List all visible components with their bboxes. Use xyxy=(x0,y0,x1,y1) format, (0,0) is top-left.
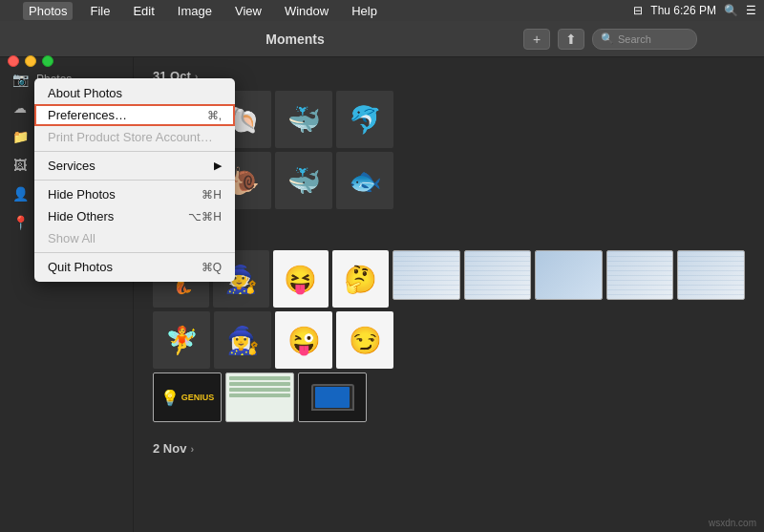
hide-others-label: Hide Others xyxy=(48,209,114,223)
minimize-button[interactable] xyxy=(25,55,36,67)
hide-photos-label: Hide Photos xyxy=(48,187,116,202)
menu-view[interactable]: View xyxy=(229,2,267,20)
menubar-left: Photos File Edit Image View Window Help xyxy=(8,2,383,20)
menu-extra-icon[interactable]: ☰ xyxy=(746,4,756,17)
divider-1 xyxy=(34,151,235,152)
menu-photos[interactable]: Photos xyxy=(23,2,73,20)
quit-photos-label: Quit Photos xyxy=(48,260,113,274)
traffic-lights xyxy=(8,55,53,67)
menu-window[interactable]: Window xyxy=(279,2,334,20)
submenu-arrow-icon: ▶ xyxy=(214,160,222,172)
menu-about-photos[interactable]: About Photos xyxy=(34,82,235,104)
preferences-shortcut: ⌘, xyxy=(207,109,222,122)
quit-photos-shortcut: ⌘Q xyxy=(202,261,222,274)
fullscreen-button[interactable] xyxy=(42,55,53,67)
menu-edit[interactable]: Edit xyxy=(127,2,159,20)
services-label: Services xyxy=(48,159,96,173)
close-button[interactable] xyxy=(8,55,19,67)
dropdown-overlay[interactable]: About Photos Preferences… ⌘, Print Produ… xyxy=(0,21,764,532)
print-store-label: Print Product Store Account… xyxy=(48,130,213,144)
menu-quit-photos[interactable]: Quit Photos ⌘Q xyxy=(34,256,235,278)
hide-photos-shortcut: ⌘H xyxy=(202,188,222,202)
menu-print-store: Print Product Store Account… xyxy=(34,126,235,148)
hide-others-shortcut: ⌥⌘H xyxy=(188,210,222,223)
about-photos-label: About Photos xyxy=(48,86,122,100)
menu-services[interactable]: Services ▶ xyxy=(34,155,235,177)
menu-show-all: Show All xyxy=(34,227,235,249)
menu-preferences[interactable]: Preferences… ⌘, xyxy=(34,104,235,126)
preferences-label: Preferences… xyxy=(48,108,127,122)
search-menubar-icon[interactable]: 🔍 xyxy=(724,4,738,17)
menu-hide-others[interactable]: Hide Others ⌥⌘H xyxy=(34,205,235,227)
menu-hide-photos[interactable]: Hide Photos ⌘H xyxy=(34,183,235,205)
watermark: wsxdn.com xyxy=(709,518,756,528)
airplay-icon: ⊟ xyxy=(633,4,643,17)
system-time: Thu 6:26 PM xyxy=(650,4,716,17)
menubar: Photos File Edit Image View Window Help … xyxy=(0,0,764,21)
menu-file[interactable]: File xyxy=(84,2,116,20)
divider-3 xyxy=(34,252,235,253)
menu-image[interactable]: Image xyxy=(172,2,218,20)
menu-help[interactable]: Help xyxy=(346,2,383,20)
menubar-right: ⊟ Thu 6:26 PM 🔍 ☰ xyxy=(633,4,756,17)
show-all-label: Show All xyxy=(48,231,96,245)
divider-2 xyxy=(34,180,235,181)
photos-menu-dropdown: About Photos Preferences… ⌘, Print Produ… xyxy=(34,78,235,282)
